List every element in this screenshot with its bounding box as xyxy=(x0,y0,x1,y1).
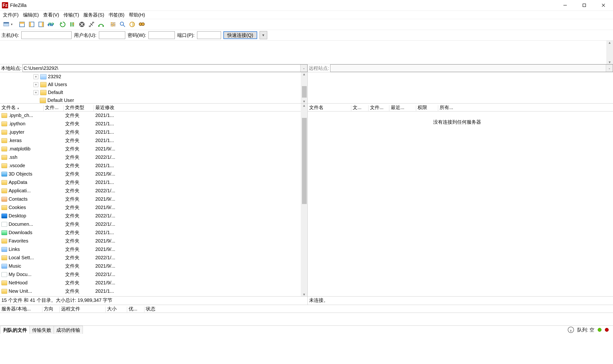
toggle-remote-tree-button[interactable] xyxy=(36,20,46,29)
remote-col-owner[interactable]: 所有... xyxy=(440,105,453,110)
list-item[interactable]: Downloads文件夹2021/1... xyxy=(0,228,301,237)
queue-col-dir[interactable]: 方向 xyxy=(44,306,53,311)
menu-transfer[interactable]: 传输(T) xyxy=(62,11,81,19)
remote-col-perm[interactable]: 权限 xyxy=(418,105,427,110)
search-button[interactable] xyxy=(137,20,147,29)
quick-connect-button[interactable]: 快速连接(Q) xyxy=(223,31,257,39)
list-item[interactable]: My Docu...文件夹2022/1/... xyxy=(0,270,301,279)
expander-icon[interactable]: + xyxy=(33,82,38,87)
list-item[interactable]: Documen...文件夹2022/1/... xyxy=(0,220,301,228)
pass-input[interactable] xyxy=(148,31,175,39)
local-tree-pane[interactable]: +23292+All Users+DefaultDefault User ▲▼ xyxy=(0,72,307,104)
remote-site-input[interactable] xyxy=(331,65,606,72)
queue-col-size[interactable]: 大小 xyxy=(107,306,117,311)
log-scrollbar[interactable]: ▲▼ xyxy=(606,41,613,64)
expander-icon[interactable]: + xyxy=(33,74,38,79)
port-input[interactable] xyxy=(197,31,221,39)
tree-row[interactable]: Default User xyxy=(0,96,301,103)
site-manager-button[interactable]: ▼ xyxy=(1,20,15,29)
list-item[interactable]: .ipython文件夹2021/1... xyxy=(0,120,301,128)
list-item[interactable]: Cookies文件夹2021/9/... xyxy=(0,203,301,212)
local-file-list[interactable]: .ipynb_ch...文件夹2021/1....ipython文件夹2021/… xyxy=(0,111,301,296)
toggle-log-button[interactable] xyxy=(17,20,27,29)
remote-col-size[interactable]: 文... xyxy=(353,105,362,110)
menu-edit[interactable]: 编辑(E) xyxy=(21,11,41,19)
local-list-header[interactable]: 文件名▲ 文件... 文件类型 最近修改 xyxy=(0,104,307,111)
list-item[interactable]: .ssh文件夹2022/1/... xyxy=(0,153,301,161)
maximize-button[interactable] xyxy=(575,0,594,11)
list-item[interactable]: .jupyter文件夹2021/1... xyxy=(0,128,301,136)
tree-row[interactable]: +23292 xyxy=(0,73,301,81)
process-queue-button[interactable] xyxy=(68,20,77,29)
queue-header[interactable]: 服务器/本地... 方向 远程文件 大小 优... 状态 xyxy=(0,305,613,313)
tree-row[interactable]: +Default xyxy=(0,89,301,96)
quick-connect-bar: 主机(H): 用户名(U): 密码(W): 端口(P): 快速连接(Q) ▼ xyxy=(0,30,613,41)
reconnect-button[interactable] xyxy=(96,20,106,29)
remote-tree-pane[interactable] xyxy=(308,72,613,104)
list-item[interactable]: .ipynb_ch...文件夹2021/1... xyxy=(0,111,301,120)
queue-col-remote[interactable]: 远程文件 xyxy=(61,306,80,311)
list-item[interactable]: Local Sett...文件夹2022/1/... xyxy=(0,254,301,262)
message-log[interactable] xyxy=(1,42,606,63)
compare-button[interactable] xyxy=(118,20,127,29)
tab-failed[interactable]: 传输失败 xyxy=(29,326,54,334)
list-item[interactable]: Desktop文件夹2022/1/... xyxy=(0,212,301,220)
list-item[interactable]: Links文件夹2021/9/... xyxy=(0,245,301,254)
remote-col-name[interactable]: 文件名 xyxy=(309,105,323,110)
filter-button[interactable] xyxy=(108,20,118,29)
menu-file[interactable]: 文件(F) xyxy=(1,11,21,19)
file-name: Applicati... xyxy=(9,188,31,194)
list-item[interactable]: .keras文件夹2021/1... xyxy=(0,136,301,145)
local-site-dropdown[interactable]: ⌄ xyxy=(300,65,307,72)
file-date: 2022/1/... xyxy=(94,213,301,219)
remote-site-dropdown[interactable]: ⌄ xyxy=(606,65,613,72)
tab-queued[interactable]: 列队的文件 xyxy=(0,326,30,334)
queue-body[interactable] xyxy=(0,313,613,325)
list-item[interactable]: NetHood文件夹2021/9/... xyxy=(0,279,301,287)
refresh-button[interactable] xyxy=(58,20,68,29)
queue-col-status[interactable]: 状态 xyxy=(146,306,155,311)
toggle-queue-button[interactable] xyxy=(46,20,56,29)
list-item[interactable]: New Unit...文件夹2021/1... xyxy=(0,287,301,295)
local-col-size[interactable]: 文件... xyxy=(45,105,59,110)
queue-col-server[interactable]: 服务器/本地... xyxy=(1,306,31,311)
list-item[interactable]: Applicati...文件夹2022/1/... xyxy=(0,187,301,195)
sync-browse-button[interactable] xyxy=(127,20,137,29)
cancel-button[interactable] xyxy=(77,20,87,29)
menu-view[interactable]: 查看(V) xyxy=(41,11,61,19)
remote-col-date[interactable]: 最近... xyxy=(391,105,404,110)
list-item[interactable]: Favorites文件夹2021/9/... xyxy=(0,237,301,245)
minimize-button[interactable] xyxy=(556,0,575,11)
remote-list-header[interactable]: 文件名 文... 文件... 最近... 权限 所有... xyxy=(308,104,613,111)
list-item[interactable]: AppData文件夹2021/1... xyxy=(0,178,301,187)
local-col-type[interactable]: 文件类型 xyxy=(65,105,84,110)
expander-icon[interactable]: + xyxy=(33,90,38,95)
host-input[interactable] xyxy=(21,31,72,39)
local-col-date[interactable]: 最近修改 xyxy=(95,105,114,110)
list-item[interactable]: Music文件夹2021/9/... xyxy=(0,262,301,270)
queue-col-pri[interactable]: 优... xyxy=(129,306,138,311)
local-list-scrollbar[interactable]: ▲▼ xyxy=(301,104,307,296)
tab-success[interactable]: 成功的传输 xyxy=(54,326,83,334)
close-button[interactable] xyxy=(594,0,613,11)
remote-col-type[interactable]: 文件... xyxy=(370,105,384,110)
disconnect-button[interactable] xyxy=(87,20,96,29)
local-col-name[interactable]: 文件名 xyxy=(1,105,16,110)
list-item[interactable]: Contacts文件夹2021/9/... xyxy=(0,195,301,203)
local-site-input[interactable] xyxy=(23,65,300,72)
quick-connect-dropdown[interactable]: ▼ xyxy=(260,31,267,39)
list-item[interactable]: .vscode文件夹2021/1... xyxy=(0,161,301,170)
local-file-list-pane: 文件名▲ 文件... 文件类型 最近修改 .ipynb_ch...文件夹2021… xyxy=(0,104,307,297)
tree-row[interactable]: +All Users xyxy=(0,81,301,89)
user-input[interactable] xyxy=(99,31,125,39)
desktop-icon xyxy=(1,214,7,218)
toggle-local-tree-button[interactable] xyxy=(27,20,36,29)
tree-item-label: Default xyxy=(48,90,63,95)
menu-server[interactable]: 服务器(S) xyxy=(82,11,106,19)
menu-bookmarks[interactable]: 书签(B) xyxy=(107,11,126,19)
list-item[interactable]: .matplotlib文件夹2021/9/... xyxy=(0,145,301,153)
menu-help[interactable]: 帮助(H) xyxy=(127,11,147,19)
list-item[interactable]: 3D Objects文件夹2021/9/... xyxy=(0,170,301,178)
remote-file-list[interactable]: 没有连接到任何服务器 xyxy=(308,111,606,296)
local-tree-scrollbar[interactable]: ▲▼ xyxy=(301,72,307,103)
